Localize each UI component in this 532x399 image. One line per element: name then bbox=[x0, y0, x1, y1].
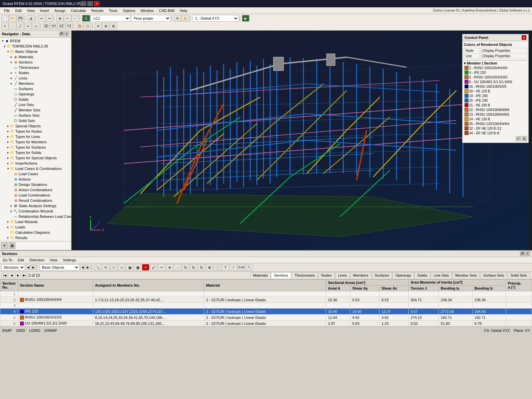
tool-btn18[interactable]: I bbox=[230, 264, 237, 271]
page-next-btn[interactable]: ▶ bbox=[15, 273, 21, 278]
tool-btn7[interactable]: ✕ bbox=[142, 264, 149, 271]
tree-special-objects[interactable]: ▸ 📁 Special Objects bbox=[0, 123, 71, 129]
tool-btn5[interactable]: ▦ bbox=[126, 264, 133, 271]
member-btn[interactable]: ═ bbox=[24, 23, 32, 29]
tree-types-nodes[interactable]: ▸ 📁 Types for Nodes bbox=[0, 129, 71, 134]
table-row[interactable]: 3 bbox=[0, 303, 532, 309]
tab-lines[interactable]: Lines bbox=[335, 272, 350, 278]
cp-section-32[interactable]: 32 - I2F HE 120 B /12 bbox=[464, 126, 527, 131]
table-row-selected[interactable]: 4 IPE 220 133,1325,1823,2197,2225,2258,2… bbox=[0, 309, 532, 315]
tree-basic-objects[interactable]: ▾ 📁 Basic Objects bbox=[0, 49, 71, 54]
tree-types-solids[interactable]: ▸ 📁 Types for Solids bbox=[0, 150, 71, 155]
tree-rfem[interactable]: ▾ ■ RFEM bbox=[0, 38, 71, 44]
tab-membersets[interactable]: Member Sets bbox=[452, 272, 480, 278]
view-yz[interactable]: YZ bbox=[66, 23, 73, 29]
menu-view-panel[interactable]: View bbox=[49, 258, 58, 262]
control-panel-close-btn[interactable]: ✕ bbox=[522, 35, 526, 40]
tree-materials[interactable]: ▸ ◆ Materials bbox=[0, 54, 71, 60]
panel-float-btn[interactable]: 🗗 bbox=[520, 251, 525, 256]
path-dropdown[interactable]: Basic Objects bbox=[40, 264, 79, 270]
cp-section-21[interactable]: 21 - HE 100 B bbox=[464, 103, 527, 107]
cp-line-row[interactable]: Line bbox=[464, 54, 480, 59]
pan-btn[interactable]: ✋ bbox=[182, 15, 189, 22]
tool-btn13[interactable]: fy bbox=[190, 264, 197, 271]
tree-design-situations[interactable]: ⊞ Design Situations bbox=[0, 182, 71, 187]
close-button[interactable]: ✕ bbox=[94, 1, 99, 6]
tab-surfacesets[interactable]: Surface Sets bbox=[480, 272, 507, 278]
table-row[interactable]: 1 bbox=[0, 291, 532, 297]
tree-static-analysis[interactable]: ▸ ⚙ Static Analysis Settings bbox=[0, 203, 71, 208]
menu-settings[interactable]: Settings bbox=[62, 258, 77, 262]
delete-btn[interactable]: ✕ bbox=[94, 23, 102, 29]
cp-section-2[interactable]: 2 - RHSU 100/100/4/4/4/4 bbox=[464, 66, 527, 70]
tree-result-combinations[interactable]: ⊞ Result Combinations bbox=[0, 198, 71, 203]
cp-section-5[interactable]: 5 - RHSU 100/100/3/3/3/3 bbox=[464, 75, 527, 79]
print-button[interactable]: 🖨 bbox=[27, 15, 35, 22]
tool-btn19[interactable]: 0.00 bbox=[238, 264, 245, 271]
menu-assign[interactable]: Assign bbox=[52, 8, 68, 13]
menu-help[interactable]: Help bbox=[177, 8, 190, 13]
redo-button[interactable]: ↪ bbox=[46, 15, 53, 22]
tool-btn16[interactable]: 📋 bbox=[214, 264, 221, 271]
status-snap[interactable]: SNAP bbox=[2, 329, 12, 332]
tree-calc-diagrams[interactable]: 📁 Calculation Diagrams bbox=[0, 230, 71, 235]
page-last-btn[interactable]: ▶| bbox=[22, 273, 27, 278]
tab-nodes[interactable]: Nodes bbox=[318, 272, 335, 278]
zoom-fit[interactable]: ⊕ bbox=[56, 15, 64, 22]
copy-btn[interactable]: ⊕ bbox=[102, 23, 109, 29]
tree-types-members[interactable]: ▸ 📁 Types for Members bbox=[0, 139, 71, 145]
tab-solidsets[interactable]: Solid Sets bbox=[507, 272, 530, 278]
tool-btn10[interactable]: ⊕ bbox=[166, 264, 173, 271]
tree-load-cases-comb[interactable]: ▾ 📁 Load Cases & Combinations bbox=[0, 166, 71, 171]
status-lgrid[interactable]: LGRID bbox=[29, 329, 40, 332]
tool-btn17[interactable]: T bbox=[222, 264, 229, 271]
page-first-btn[interactable]: |◀ bbox=[2, 273, 7, 278]
rotate-btn[interactable]: ↻ bbox=[174, 15, 181, 22]
menu-options[interactable]: Options bbox=[120, 8, 138, 13]
tree-line-sets[interactable]: ╱ Line Sets bbox=[0, 102, 71, 107]
tree-member-sets[interactable]: ╱ Member Sets bbox=[0, 107, 71, 113]
calculate-btn[interactable]: ▶ bbox=[242, 15, 249, 22]
tool-btn8[interactable]: 🖊 bbox=[150, 264, 157, 271]
cp-section-6[interactable]: 6 - UU 105/48/1.5/1.5/1.5/0/0 bbox=[464, 79, 527, 84]
path-next-btn[interactable]: ▶ bbox=[85, 265, 90, 270]
tool-btn4[interactable]: ▭ bbox=[118, 264, 125, 271]
tool-btn9[interactable]: ✂ bbox=[158, 264, 165, 271]
tree-solids[interactable]: ⬡ Solids bbox=[0, 97, 71, 102]
cp-section-20[interactable]: 20 - IPE 240 bbox=[464, 98, 527, 103]
tree-load-combinations[interactable]: ⊞ Load Combinations bbox=[0, 193, 71, 198]
new-button[interactable]: 📄 bbox=[1, 15, 9, 22]
cp-icon-btn1[interactable]: Aᵀ bbox=[516, 136, 521, 141]
wireframe-btn[interactable]: ⬡ bbox=[84, 23, 91, 29]
lc-name-dropdown[interactable]: Peso propio bbox=[131, 15, 171, 22]
menu-selection[interactable]: Selection bbox=[29, 258, 45, 262]
lc-dropdown[interactable]: LC1 bbox=[90, 15, 130, 22]
save-button[interactable]: 💾 bbox=[17, 15, 24, 22]
menu-goto[interactable]: Go To bbox=[2, 258, 13, 262]
tree-solid-sets[interactable]: ⬡ Solid Sets bbox=[0, 118, 71, 123]
tab-members[interactable]: Members bbox=[350, 272, 371, 278]
cp-section-25[interactable]: 25 - RHSU 120/100/4/4/4/4 bbox=[464, 121, 527, 126]
tree-loads[interactable]: ▸ 📁 Loads bbox=[0, 224, 71, 230]
menu-insert[interactable]: Insert bbox=[37, 8, 52, 13]
cp-node-display[interactable]: | Display Properties bbox=[480, 48, 527, 54]
tool-btn11[interactable]: → bbox=[174, 264, 181, 271]
tree-surface-sets[interactable]: ▭ Surface Sets bbox=[0, 113, 71, 118]
tree-thicknesses[interactable]: ▭ Thicknesses bbox=[0, 65, 71, 70]
node-btn[interactable]: · bbox=[9, 23, 16, 29]
cp-section-23[interactable]: 23 - RHSU 100/100/6/6/6/6 bbox=[464, 112, 527, 117]
menu-edit-panel[interactable]: Edit bbox=[17, 258, 25, 262]
nav-icon2[interactable]: 🎥 bbox=[9, 242, 15, 249]
cp-node-row[interactable]: Node bbox=[464, 48, 480, 54]
move-btn[interactable]: ⊞ bbox=[110, 23, 117, 29]
tool-btn1[interactable]: 🔍 bbox=[94, 264, 101, 271]
surface-btn[interactable]: ▭ bbox=[32, 23, 39, 29]
tab-surfaces[interactable]: Surfaces bbox=[372, 272, 392, 278]
maximize-button[interactable]: □ bbox=[87, 1, 93, 6]
tree-actions[interactable]: ⊞ Actions bbox=[0, 177, 71, 182]
tree-relationship-lc[interactable]: ↔ Relationship Between Load Cases bbox=[0, 214, 71, 219]
tool-btn12[interactable]: fx bbox=[182, 264, 189, 271]
cp-section-19[interactable]: 19 - IPE 200 bbox=[464, 93, 527, 98]
tree-results[interactable]: ▸ 📁 Results bbox=[0, 235, 71, 240]
menu-file[interactable]: File bbox=[1, 8, 13, 13]
